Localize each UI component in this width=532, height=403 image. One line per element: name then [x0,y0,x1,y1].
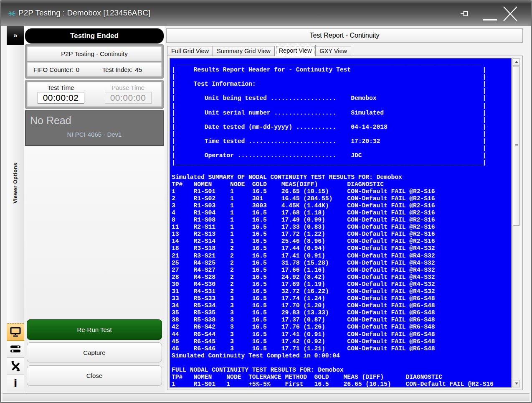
test-control-panel: Testing Ended P2P Testing - Continuity F… [24,26,165,392]
info-icon: i [14,378,18,389]
scroll-up-button[interactable] [513,59,520,66]
pause-time-value: 00:00:00 [105,92,152,104]
arrow-up-icon [515,61,518,63]
tools-icon [10,361,21,372]
tab-report-view[interactable]: Report View [275,45,316,56]
test-time-value: 00:00:02 [38,92,84,104]
settings-sliders-button[interactable] [7,341,24,358]
tools-button[interactable] [7,358,24,375]
report-text: ________________________________________… [170,59,511,388]
tab-summary-grid-view[interactable]: Summary Grid View [213,46,275,56]
report-viewport: ________________________________________… [167,56,523,390]
tab-full-grid-view[interactable]: Full Grid View [167,46,213,56]
close-test-button[interactable]: Close [27,365,162,386]
viewer-options-toolbar: i [7,323,24,392]
viewer-options-label: Viewer Options [13,163,18,204]
viewer-options-strip: » Viewer Options [7,26,24,392]
reading-status: No Read [30,115,159,127]
scroll-down-button[interactable] [513,380,520,387]
report-panel: Test Report - Continuity Full Grid View … [166,26,524,392]
info-button[interactable]: i [7,375,24,392]
pin-icon[interactable] [460,10,469,18]
sliders-icon [10,344,21,354]
tab-gxy-view[interactable]: GXY View [316,46,351,56]
close-button[interactable] [501,5,519,23]
scrollbar-grip-icon [515,144,518,148]
arrow-down-icon [515,383,518,385]
report-terminal: ________________________________________… [170,58,512,388]
fifo-counter-value: 0 [76,66,79,73]
report-tabs: Full Grid View Summary Grid View Report … [167,44,351,56]
app-window: P2P Testing : Demobox [123456ABC] » View… [0,0,532,403]
test-index-label: Test Index: [102,66,133,73]
window-title: P2P Testing : Demobox [123456ABC] [18,8,150,18]
minimize-button[interactable] [480,7,499,22]
test-name-bar: P2P Testing - Continuity [27,46,162,61]
test-info-group: P2P Testing - Continuity FIFO Counter: 0… [25,44,164,79]
test-time-label: Test Time [47,84,74,91]
timers-group: Test Time 00:00:02 Pause Time 00:00:00 [25,80,164,109]
test-index-value: 45 [135,66,142,73]
minimize-icon [483,19,497,20]
fifo-counter-label: FIFO Counter: [33,66,73,73]
capture-button[interactable]: Capture [27,342,162,362]
monitor-icon [10,327,21,337]
report-scrollbar[interactable] [512,58,520,388]
chevron-right-icon: » [13,31,17,40]
reading-panel: No Read NI PCI-4065 - Dev1 [25,110,164,146]
close-icon [501,5,519,23]
status-banner: Testing Ended [25,28,164,43]
pause-time-label: Pause Time [111,84,144,91]
rerun-test-button[interactable]: Re-Run Test [27,319,162,340]
titlebar: P2P Testing : Demobox [123456ABC] [1,1,531,26]
instrument-name: NI PCI-4065 - Dev1 [30,131,159,138]
counters-bar: FIFO Counter: 0 Test Index: 45 [27,62,162,77]
monitor-view-button[interactable] [7,324,24,341]
expand-sidebar-button[interactable]: » [7,26,24,45]
status-strip [3,393,529,401]
report-title-bar: Test Report - Continuity [166,28,523,43]
scrollbar-track[interactable] [513,66,520,380]
app-icon [8,10,15,17]
scrollbar-thumb[interactable] [513,66,520,226]
